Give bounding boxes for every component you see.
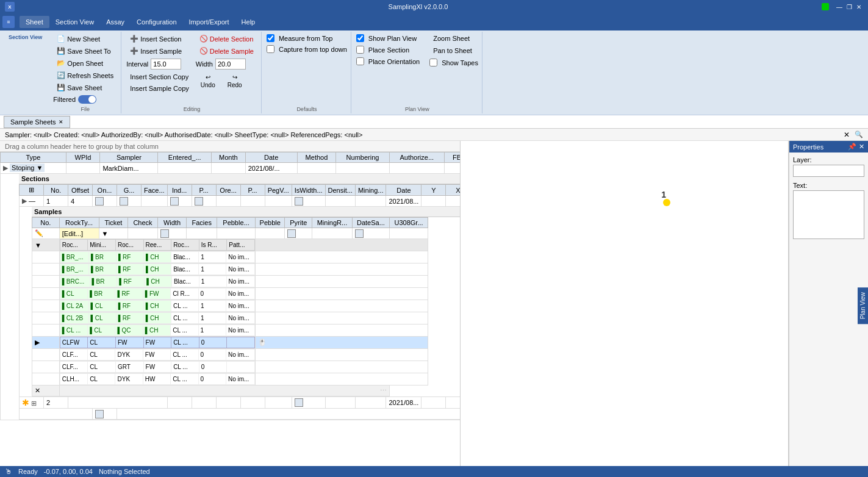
capture-from-top-checkbox[interactable]: [267, 45, 274, 53]
col-samp-no[interactable]: No.: [32, 218, 60, 228]
show-plan-view-checkbox[interactable]: [356, 34, 364, 42]
col-samp-pyrite[interactable]: Pyrite: [285, 218, 312, 228]
drow-7[interactable]: ▶ CLFW CL: [32, 337, 428, 349]
table-row[interactable]: ▶ Stoping ▼ MarkDiam... 2021/08/...: [1, 163, 461, 174]
info-close-button[interactable]: ✕: [844, 131, 850, 139]
place-section-checkbox[interactable]: [356, 46, 364, 54]
insert-sample-copy-button[interactable]: Insert Sample Copy: [126, 83, 193, 94]
sec1-expand[interactable]: ▶ —: [20, 196, 44, 207]
col-sec-y[interactable]: Y: [421, 185, 446, 196]
measure-from-top-row[interactable]: Measure from Top: [267, 33, 332, 43]
save-sheet-to-button[interactable]: 💾 Save Sheet To: [53, 45, 117, 57]
col-samp-facies[interactable]: Facies: [187, 218, 217, 228]
place-section-row[interactable]: Place Section: [356, 45, 420, 55]
col-sec-no[interactable]: No.: [44, 185, 68, 196]
menu-configuration[interactable]: Configuration: [131, 16, 182, 28]
layer-input[interactable]: [793, 165, 864, 177]
drow-4[interactable]: ▌CL 2A ▌CL ▌RF ▌CH CL ... 1: [32, 300, 428, 312]
col-sec-date[interactable]: Date: [386, 185, 421, 196]
col-sec-offset[interactable]: Offset: [68, 185, 93, 196]
col-sec-ind[interactable]: Ind...: [167, 185, 192, 196]
search-icon[interactable]: 🔍: [855, 131, 863, 138]
place-orientation-checkbox[interactable]: [356, 57, 364, 65]
drow-5[interactable]: ▌CL 2B ▌CL ▌RF ▌CH CL ... 1: [32, 312, 428, 325]
col-authorize[interactable]: Authorize...: [389, 152, 444, 163]
menu-assay[interactable]: Assay: [100, 16, 131, 28]
show-tapes-row[interactable]: Show Tapes: [429, 57, 478, 68]
insert-section-button[interactable]: ➕ Insert Section: [126, 33, 193, 45]
measure-from-top-checkbox[interactable]: [267, 34, 274, 42]
sample-edit-row[interactable]: ✏️ [Edit...] ▼: [32, 228, 428, 239]
menu-sheet[interactable]: Sheet: [20, 16, 49, 28]
drow-2[interactable]: ▌BRC... ▌BR ▌RF ▌CH Blac... 1: [32, 276, 428, 288]
close-button[interactable]: ✕: [855, 2, 863, 11]
width-input[interactable]: [215, 59, 246, 70]
redo-button[interactable]: ↪ Redo: [223, 71, 247, 91]
new-sheet-button[interactable]: 📄 New Sheet: [53, 33, 117, 45]
col-sec-p1[interactable]: P...: [192, 185, 216, 196]
drow-8[interactable]: CLF... CL DYK FW CL ... 0: [32, 349, 428, 361]
section-row-2[interactable]: ✱ ⊞ 2: [20, 397, 461, 409]
insert-sample-button[interactable]: ➕ Insert Sample: [126, 45, 193, 57]
col-sec-x[interactable]: X: [446, 185, 461, 196]
col-date[interactable]: Date: [245, 152, 297, 163]
open-sheet-button[interactable]: 📂 Open Sheet: [53, 57, 117, 69]
filtered-toggle[interactable]: [78, 95, 96, 104]
col-sampler[interactable]: Sampler: [100, 152, 158, 163]
drow-3[interactable]: ▌CL ▌BR ▌RF ▌FW Cl R... 0: [32, 288, 428, 300]
col-sec-ore[interactable]: Ore...: [216, 185, 240, 196]
capture-from-top-row[interactable]: Capture from top down: [267, 44, 347, 54]
sample-sheets-close[interactable]: ✕: [59, 119, 63, 125]
save-sheet-button[interactable]: 💾 Save Sheet: [53, 82, 117, 93]
delete-section-button[interactable]: 🚫 Delete Section: [196, 33, 257, 45]
type-dropdown[interactable]: Stoping ▼: [10, 163, 45, 172]
row-expander[interactable]: ▶: [3, 164, 8, 171]
menu-help[interactable]: Help: [235, 16, 262, 28]
sec2-expand[interactable]: ⊞: [31, 400, 37, 407]
sec1-expander[interactable]: ▶: [22, 197, 27, 204]
col-samp-datesa[interactable]: DateSa...: [352, 218, 389, 228]
col-samp-width[interactable]: Width: [157, 218, 187, 228]
dsub-filter-icon[interactable]: ▼: [32, 239, 60, 251]
col-sec-face[interactable]: Face...: [142, 185, 168, 196]
drow-6[interactable]: ▌CL ... ▌CL ▌QC ▌CH CL ... 1: [32, 325, 428, 337]
place-orientation-row[interactable]: Place Orientation: [356, 56, 420, 66]
props-pin-icon[interactable]: 📌: [848, 143, 856, 151]
minimize-button[interactable]: —: [835, 2, 844, 11]
col-fbno[interactable]: FBNo: [444, 152, 461, 163]
col-month[interactable]: Month: [211, 152, 245, 163]
col-entered[interactable]: Entered_...: [158, 152, 212, 163]
delete-sample-button[interactable]: 🚫 Delete Sample: [196, 45, 257, 57]
col-samp-miningr[interactable]: MiningR...: [312, 218, 353, 228]
col-samp-u308[interactable]: U308Gr...: [390, 218, 428, 228]
text-textarea[interactable]: [793, 190, 864, 239]
col-sec-mining[interactable]: Mining...: [355, 185, 386, 196]
interval-input[interactable]: [151, 59, 181, 70]
drow-9[interactable]: CLF... CL GRT FW CL ... 0: [32, 361, 428, 373]
col-samp-rockty[interactable]: RockTy...: [59, 218, 99, 228]
sample-sheets-tab[interactable]: Sample Sheets ✕: [4, 116, 70, 128]
zoom-sheet-button[interactable]: Zoom Sheet: [429, 33, 478, 44]
restore-button[interactable]: ❐: [845, 2, 853, 11]
drow-1[interactable]: ▌BR_... ▌BR ▌RF ▌CH Blac... 1: [32, 264, 428, 276]
drow-10[interactable]: CLH... CL DYK HW CL ... 0: [32, 373, 428, 386]
col-sec-on[interactable]: On...: [93, 185, 117, 196]
plan-view-vertical-tab[interactable]: Plan View: [858, 287, 868, 324]
show-plan-view-row[interactable]: Show Plan View: [356, 33, 420, 43]
insert-section-copy-button[interactable]: Insert Section Copy: [126, 71, 193, 82]
pan-to-sheet-button[interactable]: Pan to Sheet: [429, 45, 478, 56]
col-numbering[interactable]: Numbering: [336, 152, 389, 163]
col-samp-pebble1[interactable]: Pebble...: [217, 218, 256, 228]
menu-import-export[interactable]: Import/Export: [183, 16, 235, 28]
col-method[interactable]: Method: [297, 152, 336, 163]
close-dropdown-icon[interactable]: ✕: [35, 387, 40, 394]
show-tapes-checkbox[interactable]: [429, 59, 437, 66]
col-sec-iswidth[interactable]: IsWidth...: [292, 185, 325, 196]
col-samp-ticket[interactable]: Ticket: [99, 218, 128, 228]
col-wpid[interactable]: WPId: [66, 152, 100, 163]
col-samp-pebble2[interactable]: Pebble: [256, 218, 285, 228]
section-row-1[interactable]: ▶ — 1 4: [20, 196, 461, 207]
menu-section-view[interactable]: Section View: [49, 16, 100, 28]
sec1-minus[interactable]: —: [29, 197, 35, 204]
drow-0[interactable]: ▌BR_... ▌BR ▌RF ▌CH Blac... 1: [32, 251, 428, 264]
